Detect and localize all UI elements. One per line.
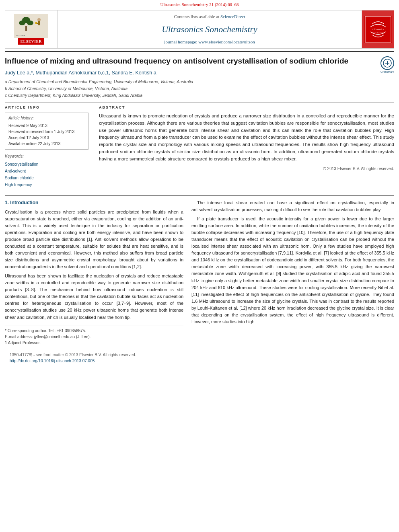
article-title: Influence of mixing and ultrasound frequ…	[5, 56, 370, 66]
journal-header: ELSEVIER ELSEVIER Contents lists availab…	[5, 10, 394, 49]
footnote-1: * Corresponding author. Tel.: +61 390358…	[5, 328, 183, 334]
journal-title: Ultrasonics Sonochemistry	[162, 23, 257, 36]
affiliation-c: c Chemistry Department, King Abdulaziz U…	[5, 92, 394, 99]
svg-point-3	[27, 21, 33, 25]
intro-para-2: Ultrasound has been shown to facilitate …	[5, 273, 183, 320]
svg-point-5	[37, 18, 41, 21]
footnote-section: * Corresponding author. Tel.: +61 390358…	[5, 325, 183, 346]
elsevier-logo-area: ELSEVIER ELSEVIER	[5, 10, 58, 48]
crossmark-icon	[383, 59, 392, 68]
journal-badge-area: Ultrasonics Sonochemistry	[362, 10, 394, 48]
affiliation-a: a Department of Chemical and Biomolecula…	[5, 79, 394, 85]
accepted-date: Accepted 12 July 2013	[8, 135, 85, 141]
body-two-col: 1. Introduction Crystallisation is a pro…	[5, 199, 394, 364]
journal-issue: Ultrasonics Sonochemistry 21 (2014) 60–6…	[160, 2, 239, 7]
intro-heading: 1. Introduction	[5, 199, 183, 206]
journal-center: Contents lists available at ScienceDirec…	[58, 10, 362, 48]
article-container: Influence of mixing and ultrasound frequ…	[5, 52, 394, 192]
article-info-heading: ARTICLE INFO	[5, 105, 88, 110]
right-para-1: The intense local shear created can have…	[191, 199, 394, 213]
top-bar: Ultrasonics Sonochemistry 21 (2014) 60–6…	[0, 0, 399, 8]
svg-text:ELSEVIER: ELSEVIER	[16, 35, 25, 37]
journal-cover-icon: Ultrasonics Sonochemistry	[364, 16, 392, 43]
svg-rect-4	[25, 26, 27, 31]
affiliation-b: b School of Chemistry, University of Mel…	[5, 86, 394, 92]
abstract-col: ABSTRACT Ultrasound is known to promote …	[93, 102, 394, 188]
history-title: Article history:	[8, 115, 85, 121]
footnote-3: 1 Adjunct Professor.	[5, 340, 183, 346]
crossmark-label: CrossMark	[380, 70, 394, 74]
article-history-box: Article history: Received 9 May 2013 Rec…	[5, 113, 88, 150]
footer-issn: 1350-4177/$ - see front matter © 2013 El…	[10, 352, 179, 358]
authors-line: Judy Lee a,*, Muthupandian Ashokkumar b,…	[5, 70, 394, 77]
svg-point-2	[19, 21, 25, 25]
abstract-text: Ultrasound is known to promote nucleatio…	[99, 113, 394, 163]
keyword-high-frequency: High frequency	[5, 181, 88, 188]
doi-link[interactable]: http://dx.doi.org/10.1016/j.ultsonch.201…	[10, 359, 95, 363]
article-title-row: Influence of mixing and ultrasound frequ…	[5, 56, 394, 66]
keyword-sonocrystallisation: Sonocrystallisation	[5, 161, 88, 168]
right-para-2: If a plate transducer is used, the acous…	[191, 216, 394, 325]
crossmark-badge[interactable]: CrossMark	[380, 56, 394, 74]
keyword-sodium-chloride: Sodium chloride	[5, 175, 88, 181]
revised-date: Received in revised form 1 July 2013	[8, 129, 85, 135]
journal-homepage: journal homepage: www.elsevier.com/locat…	[164, 39, 255, 45]
intro-para-1: Crystallisation is a process where solid…	[5, 209, 183, 270]
sciencedirect-link[interactable]: ScienceDirect	[220, 14, 245, 19]
footer-section: 1350-4177/$ - see front matter © 2013 El…	[10, 350, 179, 364]
left-column: 1. Introduction Crystallisation is a pro…	[5, 199, 190, 364]
article-info-col: ARTICLE INFO Article history: Received 9…	[5, 102, 93, 188]
keywords-box: Keywords: Sonocrystallisation Anti-solve…	[5, 154, 88, 188]
footer-doi: http://dx.doi.org/10.1016/j.ultsonch.201…	[10, 358, 179, 364]
article-body: ARTICLE INFO Article history: Received 9…	[5, 102, 394, 188]
abstract-heading: ABSTRACT	[99, 105, 394, 110]
elsevier-badge: ELSEVIER	[18, 38, 45, 45]
affiliations: a Department of Chemical and Biomolecula…	[5, 79, 394, 99]
keyword-antisolvent: Anti-solvent	[5, 168, 88, 175]
received-date: Received 9 May 2013	[8, 123, 85, 129]
svg-text:Sonochemistry: Sonochemistry	[372, 32, 384, 34]
keywords-title: Keywords:	[5, 154, 88, 159]
available-date: Available online 22 July 2013	[8, 141, 85, 147]
right-column: The intense local shear created can have…	[190, 199, 394, 364]
svg-point-8	[35, 22, 37, 24]
svg-text:Ultrasonics: Ultrasonics	[372, 28, 384, 31]
body-separator	[5, 195, 394, 196]
elsevier-tree-icon: ELSEVIER	[14, 14, 48, 38]
copyright: © 2013 Elsevier B.V. All rights reserved…	[99, 166, 394, 172]
footnote-2: E-mail address: jytlee@unimelb.edu.au (J…	[5, 334, 183, 340]
contents-line: Contents lists available at ScienceDirec…	[174, 14, 245, 20]
